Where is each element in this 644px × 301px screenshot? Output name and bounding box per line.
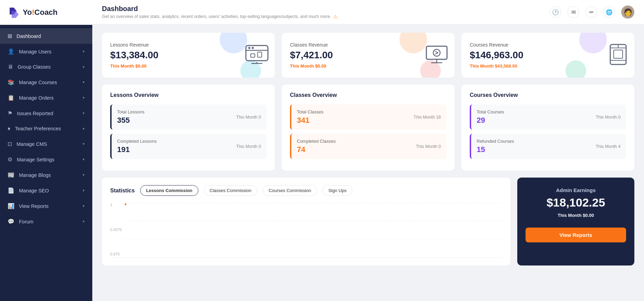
topbar: Dashboard Get an overview of sales stats… <box>92 0 644 24</box>
sidebar-item-forum[interactable]: 💬 Forum ▾ <box>0 214 92 229</box>
svg-line-15 <box>435 53 438 54</box>
sidebar-item-manage-settings[interactable]: ⚙ Manage Settings ▾ <box>0 152 92 167</box>
refunded-courses-value: 15 <box>477 145 514 154</box>
chevron-icon-teacher-preferences: ▾ <box>83 127 85 131</box>
lessons-overview-card: Lessons Overview Total Lessons 355 This … <box>102 84 275 171</box>
sidebar-label-manage-settings: Manage Settings <box>17 157 54 162</box>
completed-lessons-month: This Month 0 <box>236 144 261 149</box>
sidebar-item-manage-courses[interactable]: 📚 Manage Courses ▾ <box>0 74 92 90</box>
blob-blue <box>220 33 247 53</box>
courses-revenue-month: This Month $43,568.00 <box>470 63 523 69</box>
chevron-icon-manage-orders: ▾ <box>83 96 85 100</box>
sidebar-icon-dashboard: ⊞ <box>8 33 12 39</box>
edit-icon[interactable]: ✏ <box>585 6 597 18</box>
classes-overview-card: Classes Overview Total Classes 341 This … <box>282 84 455 171</box>
completed-classes-label: Completed Classes <box>297 139 336 144</box>
chart-data-point <box>125 203 126 205</box>
classes-revenue-icon <box>424 44 449 66</box>
total-classes-value: 341 <box>297 116 323 125</box>
sidebar-item-dashboard[interactable]: ⊞ Dashboard <box>0 28 92 44</box>
sidebar-item-manage-seo[interactable]: 📄 Manage SEO ▾ <box>0 183 92 198</box>
sidebar-item-issues-reported[interactable]: ⚑ Issues Reported ▾ <box>0 106 92 121</box>
statistics-title: Statistics <box>110 188 135 194</box>
svg-point-5 <box>252 47 254 49</box>
sidebar-icon-group-classes: 🖥 <box>8 64 13 70</box>
classes-revenue-amount: $7,421.00 <box>290 50 333 61</box>
sidebar-item-teacher-preferences[interactable]: ♦ Teacher Preferences ▾ <box>0 121 92 136</box>
tab-classes-commission[interactable]: Classes Commission <box>204 185 257 196</box>
content-area: Lessons Revenue $13,384.00 This Month $0… <box>92 24 644 301</box>
total-courses-label: Total Courses <box>477 109 504 114</box>
courses-overview-card: Courses Overview Total Courses 29 This M… <box>461 84 634 171</box>
completed-lessons-stat: Completed Lessons 191 This Month 0 <box>110 134 267 159</box>
sidebar-item-manage-cms[interactable]: ⊡ Manage CMS ▾ <box>0 136 92 152</box>
warning-icon: ⚠ <box>333 14 338 19</box>
globe-icon[interactable]: 🌐 <box>603 6 615 18</box>
page-title-text: Dashboard <box>102 5 338 13</box>
svg-point-4 <box>248 47 250 49</box>
sidebar-label-manage-seo: Manage SEO <box>19 188 49 193</box>
topbar-left: Dashboard Get an overview of sales stats… <box>102 5 338 19</box>
refunded-courses-month: This Month 4 <box>596 144 621 149</box>
statistics-card: Statistics Lessons Commission Classes Co… <box>102 178 510 265</box>
sidebar-item-group-classes[interactable]: 🖥 Group Classes ▾ <box>0 59 92 74</box>
logo-icon <box>7 6 19 19</box>
total-courses-value: 29 <box>477 116 504 125</box>
earnings-amount: $18,102.25 <box>547 196 605 209</box>
courses-overview-title: Courses Overview <box>470 92 626 98</box>
view-reports-button[interactable]: View Reports <box>526 228 626 242</box>
svg-line-14 <box>435 51 438 53</box>
sidebar-item-view-reports[interactable]: 📊 View Reports ▾ <box>0 198 92 214</box>
total-classes-stat: Total Classes 341 This Month 18 <box>290 104 446 130</box>
sidebar-label-view-reports: View Reports <box>19 203 49 209</box>
chevron-icon-manage-settings: ▾ <box>83 157 85 162</box>
lessons-revenue-icon <box>245 44 269 66</box>
sidebar-item-left-manage-cms: ⊡ Manage CMS <box>8 141 47 147</box>
sidebar-icon-manage-courses: 📚 <box>8 79 14 86</box>
sidebar-item-manage-users[interactable]: 👤 Manage Users ▾ <box>0 44 92 59</box>
refunded-courses-info: Refunded Courses 15 <box>477 139 514 154</box>
total-courses-info: Total Courses 29 <box>477 109 504 125</box>
chart-gridline-bottom <box>124 258 502 258</box>
lessons-revenue-label: Lessons Revenue <box>110 42 158 48</box>
mail-icon[interactable]: ✉ <box>568 6 579 18</box>
total-classes-month: This Month 18 <box>414 115 441 120</box>
chart-y-labels: 1 0.9375 0.875 <box>110 203 122 258</box>
earnings-month: This Month $0.00 <box>558 213 594 218</box>
chevron-icon-view-reports: ▾ <box>83 204 85 208</box>
sidebar-label-manage-cms: Manage CMS <box>17 141 47 147</box>
lessons-revenue-amount: $13,384.00 <box>110 50 158 61</box>
chevron-icon-manage-blogs: ▾ <box>83 173 85 177</box>
classes-revenue-month: This Month $0.00 <box>290 63 333 69</box>
tab-lessons-commission[interactable]: Lessons Commission <box>140 185 198 196</box>
total-lessons-info: Total Lessons 355 <box>117 109 145 125</box>
sidebar-item-left-group-classes: 🖥 Group Classes <box>8 64 51 70</box>
sidebar-item-left-teacher-preferences: ♦ Teacher Preferences <box>8 126 61 132</box>
svg-rect-10 <box>426 46 447 59</box>
sidebar-icon-manage-cms: ⊡ <box>8 141 12 147</box>
avatar[interactable]: 🧑 <box>621 6 634 19</box>
sidebar-item-manage-orders[interactable]: 📋 Manage Orders ▾ <box>0 90 92 106</box>
topbar-menu: Dashboard Get an overview of sales stats… <box>102 5 338 19</box>
sidebar-label-manage-courses: Manage Courses <box>19 80 57 85</box>
sidebar-icon-manage-orders: 📋 <box>8 94 14 101</box>
chart-gridline-mid1 <box>124 221 502 221</box>
sidebar-icon-manage-users: 👤 <box>8 48 14 55</box>
sidebar-icon-manage-settings: ⚙ <box>8 156 12 163</box>
sidebar-item-manage-blogs[interactable]: 📰 Manage Blogs ▾ <box>0 167 92 183</box>
completed-lessons-label: Completed Lessons <box>117 139 157 144</box>
blob-purple <box>579 33 607 53</box>
sidebar-icon-view-reports: 📊 <box>8 203 14 209</box>
tab-sign-ups[interactable]: Sign Ups <box>322 185 352 196</box>
sidebar-item-left-manage-blogs: 📰 Manage Blogs <box>8 172 51 178</box>
topbar-right: 🕐 ✉ ✏ 🌐 🧑 <box>550 6 634 19</box>
blob-orange <box>399 33 427 53</box>
svg-marker-1 <box>12 11 19 18</box>
sidebar-item-left-manage-courses: 📚 Manage Courses <box>8 79 57 86</box>
sidebar-icon-manage-seo: 📄 <box>8 187 14 194</box>
total-lessons-label: Total Lessons <box>117 109 145 114</box>
completed-classes-value: 74 <box>297 145 336 154</box>
tab-courses-commission[interactable]: Courses Commission <box>263 185 317 196</box>
admin-earnings-card: Admin Earnings $18,102.25 This Month $0.… <box>517 178 634 265</box>
clock-icon[interactable]: 🕐 <box>550 6 561 18</box>
